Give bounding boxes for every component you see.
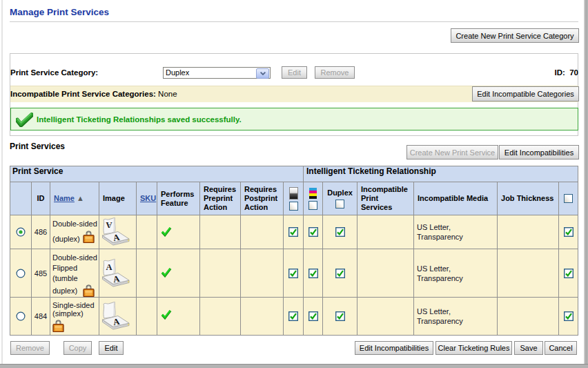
svg-text:A: A [106, 262, 112, 272]
svg-text:A: A [106, 220, 112, 230]
